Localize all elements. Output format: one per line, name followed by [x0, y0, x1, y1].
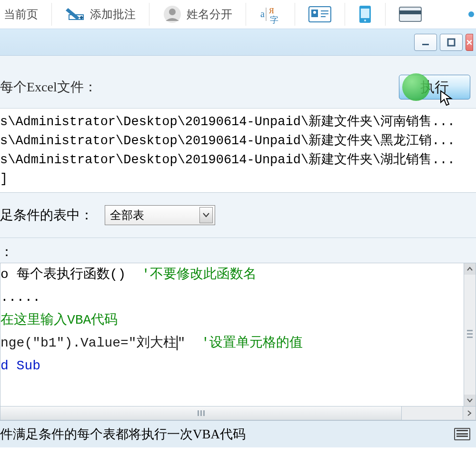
every-excel-label: 每个Excel文件：	[0, 78, 97, 96]
ribbon-prev-page[interactable]: 当前页	[0, 7, 42, 22]
hscroll-thumb[interactable]	[0, 407, 402, 420]
scroll-up-icon[interactable]	[464, 263, 476, 275]
ribbon-separator	[295, 3, 295, 26]
svg-point-2	[169, 9, 176, 15]
code-editor: o 每个表执行函数() '不要修改此函数名 ..... 在这里输入VBA代码 n…	[0, 263, 476, 407]
sheet-filter-value: 全部表	[110, 208, 144, 223]
ribbon: 当前页 添加批注 姓名分开 a Я 字	[0, 0, 476, 29]
ribbon-annotate[interactable]: 添加批注	[61, 6, 139, 22]
svg-point-8	[313, 11, 316, 14]
details-view-icon[interactable]	[454, 428, 470, 440]
run-button[interactable]: 执行	[399, 75, 470, 99]
phone-icon	[358, 5, 372, 24]
ribbon-separator	[149, 3, 149, 26]
split-name-label: 姓名分开	[187, 7, 232, 22]
code-label: ：	[0, 238, 476, 263]
run-indicator-icon	[402, 73, 430, 101]
svg-rect-16	[399, 10, 421, 14]
ribbon-translate[interactable]: a Я 字	[256, 5, 285, 24]
vertical-scrollbar[interactable]	[464, 263, 476, 407]
condition-row: 足条件的表中： 全部表	[0, 193, 476, 238]
work-area: 每个Excel文件： 执行 s\Administrator\Desktop\20…	[0, 56, 476, 447]
file-list-item[interactable]: s\Administrator\Desktop\20190614-Unpaid\…	[0, 131, 476, 150]
translate-icon: a Я 字	[259, 5, 281, 24]
ribbon-separator	[246, 3, 246, 26]
file-list-item[interactable]: s\Administrator\Desktop\20190614-Unpaid\…	[0, 112, 476, 131]
idcard-icon	[308, 6, 331, 22]
window-titlebar	[0, 29, 476, 56]
svg-text:字: 字	[270, 15, 278, 24]
ribbon-card[interactable]	[395, 7, 426, 22]
file-list-item: ]	[0, 169, 476, 188]
file-list[interactable]: s\Administrator\Desktop\20190614-Unpaid\…	[0, 109, 476, 193]
svg-text:a: a	[260, 9, 265, 19]
status-bar: 件满足条件的每个表都将执行一次VBA代码	[0, 420, 476, 447]
ribbon-phone[interactable]	[355, 5, 376, 24]
ribbon-split-name[interactable]: 姓名分开	[159, 5, 236, 24]
svg-point-14	[364, 20, 366, 21]
ribbon-separator	[51, 3, 52, 26]
avatar-icon	[163, 5, 182, 24]
svg-rect-18	[448, 39, 455, 46]
ribbon-separator	[385, 3, 386, 26]
svg-rect-17	[422, 44, 429, 45]
overflow-dot-icon[interactable]	[468, 11, 474, 17]
prev-page-label: 当前页	[4, 7, 38, 22]
svg-text:Я: Я	[269, 7, 274, 15]
chevron-down-icon	[199, 207, 213, 223]
section-every-excel: 每个Excel文件： 执行	[0, 56, 476, 109]
mouse-cursor-icon	[440, 90, 453, 109]
sheet-filter-select[interactable]: 全部表	[105, 205, 215, 225]
card-icon	[399, 7, 422, 22]
file-list-item[interactable]: s\Administrator\Desktop\20190614-Unpaid\…	[0, 150, 476, 169]
close-button[interactable]	[466, 34, 473, 51]
annotate-label: 添加批注	[90, 7, 136, 22]
ribbon-idcard[interactable]	[305, 6, 335, 22]
ribbon-separator	[345, 3, 345, 26]
scroll-down-icon[interactable]	[464, 395, 476, 406]
minimize-button[interactable]	[414, 34, 437, 51]
condition-label: 足条件的表中：	[0, 206, 93, 224]
vba-code-area[interactable]: o 每个表执行函数() '不要修改此函数名 ..... 在这里输入VBA代码 n…	[0, 263, 464, 407]
horizontal-scrollbar[interactable]	[0, 407, 476, 420]
maximize-button[interactable]	[440, 34, 463, 51]
status-text: 件满足条件的每个表都将执行一次VBA代码	[0, 426, 246, 443]
svg-rect-13	[361, 9, 369, 18]
scroll-right-icon[interactable]	[463, 407, 476, 420]
scroll-grip-icon	[198, 410, 205, 416]
pencil-icon	[65, 6, 85, 22]
